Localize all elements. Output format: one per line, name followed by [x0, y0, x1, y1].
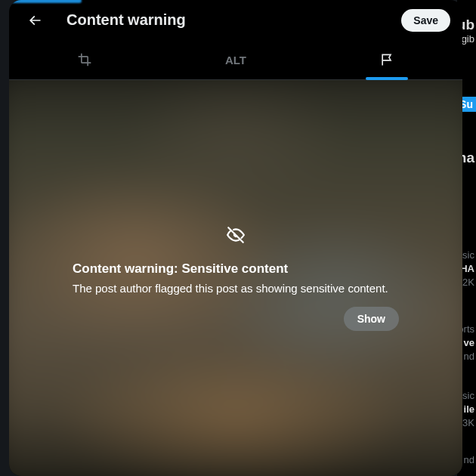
sidebar-text: nd	[464, 454, 474, 465]
modal-header: Content warning Save	[9, 0, 462, 40]
sidebar-text: ile	[464, 403, 474, 415]
tab-alt-label: ALT	[225, 54, 246, 66]
content-warning-modal: Content warning Save ALT Content warning	[9, 0, 462, 476]
arrow-left-icon	[27, 13, 42, 28]
tab-crop[interactable]	[9, 40, 160, 79]
tab-flag[interactable]	[311, 40, 462, 79]
image-preview-area: Content warning: Sensitive content The p…	[9, 80, 462, 476]
warning-title: Content warning: Sensitive content	[73, 261, 399, 277]
warning-description: The post author flagged this post as sho…	[73, 281, 399, 296]
modal-title: Content warning	[66, 11, 186, 29]
sidebar-text: sic	[462, 249, 474, 261]
sidebar-text: sic	[462, 390, 474, 401]
sidebar-text: nd	[464, 351, 474, 362]
tab-alt[interactable]: ALT	[160, 40, 311, 79]
flag-icon	[379, 52, 394, 67]
warning-overlay: Content warning: Sensitive content The p…	[9, 80, 462, 476]
eye-off-icon	[226, 225, 246, 248]
sidebar-text: HA	[460, 263, 474, 274]
sidebar-text: gib	[462, 33, 474, 45]
back-button[interactable]	[21, 7, 48, 34]
save-button[interactable]: Save	[401, 9, 450, 32]
crop-icon	[77, 52, 92, 67]
tabs: ALT	[9, 40, 462, 80]
sidebar-text: 3K	[462, 417, 474, 428]
sidebar-text: ve	[464, 337, 474, 348]
show-button[interactable]: Show	[344, 307, 399, 331]
